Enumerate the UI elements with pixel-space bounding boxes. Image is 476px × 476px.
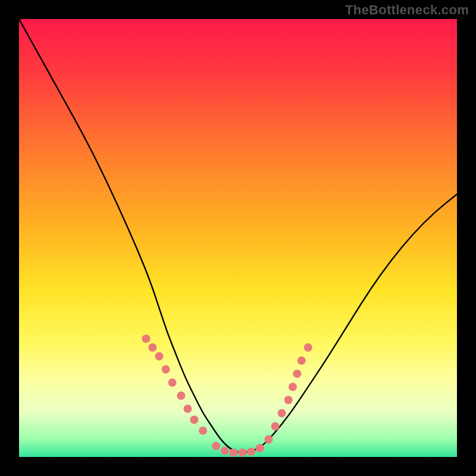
marker-dot	[212, 442, 220, 450]
marker-dot	[183, 405, 192, 413]
marker-dot	[289, 383, 297, 391]
marker-dot	[148, 343, 156, 352]
marker-dot	[256, 444, 264, 452]
watermark-text: TheBottleneck.com	[345, 2, 469, 18]
marker-dot	[168, 378, 177, 387]
plot-area	[19, 19, 457, 457]
marker-dot	[142, 334, 150, 343]
marker-dot	[199, 427, 207, 435]
marker-dot	[284, 396, 293, 404]
chart-frame: TheBottleneck.com	[0, 0, 476, 476]
marker-dot	[162, 365, 170, 374]
marker-dot	[230, 449, 238, 457]
marker-dot	[247, 447, 255, 456]
marker-dot	[271, 422, 280, 430]
marker-dot	[278, 409, 286, 417]
marker-dot	[177, 392, 185, 400]
gradient-background	[19, 19, 457, 457]
marker-dot	[298, 356, 306, 365]
marker-dot	[293, 369, 301, 378]
marker-dot	[265, 436, 273, 444]
marker-dot	[238, 449, 246, 457]
marker-dot	[155, 352, 164, 361]
marker-dot	[190, 415, 198, 424]
chart-svg	[19, 19, 457, 457]
marker-dot	[221, 447, 229, 455]
marker-dot	[304, 343, 312, 352]
